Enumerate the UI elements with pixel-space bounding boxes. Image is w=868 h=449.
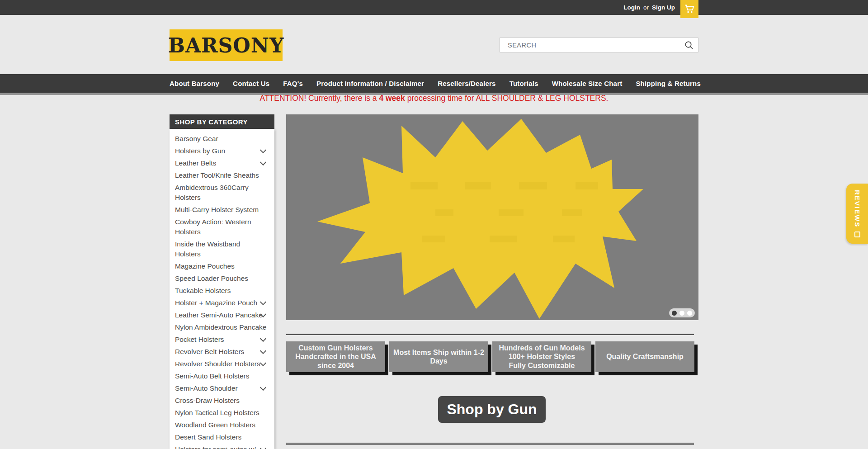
signup-link[interactable]: Sign Up — [652, 4, 675, 11]
sidebar-item-barsony-gear[interactable]: Barsony Gear — [175, 132, 271, 145]
reviews-tab-label: REVIEWS — [854, 190, 861, 227]
carousel-dot-1[interactable] — [672, 311, 677, 316]
nav-wholesale-size-chart[interactable]: Wholesale Size Chart — [552, 80, 623, 87]
chevron-down-icon — [260, 299, 266, 305]
sidebar-item-magazine-pouches[interactable]: Magazine Pouches — [175, 260, 271, 272]
carousel-dot-3[interactable] — [687, 311, 692, 316]
sidebar-item-multi-carry-holster-system[interactable]: Multi-Carry Holster System — [175, 203, 271, 216]
search-input[interactable] — [500, 42, 680, 49]
divider-top — [286, 334, 694, 335]
nav-tutorials[interactable]: Tutorials — [509, 80, 538, 87]
badge-quality: Quality Craftsmanship — [595, 341, 694, 372]
attention-bold-text: 4 week — [379, 94, 405, 103]
badge-fast-shipping: Most Items Ship within 1-2 Days — [389, 341, 488, 372]
sidebar-item-woodland-green-holsters[interactable]: Woodland Green Holsters — [175, 419, 271, 431]
divider-bottom — [286, 443, 694, 445]
sidebar-item-nylon-tactical-leg-holsters[interactable]: Nylon Tactical Leg Holsters — [175, 406, 271, 419]
cart-button[interactable] — [680, 0, 698, 18]
shop-by-gun-button[interactable]: Shop by Gun — [438, 396, 546, 423]
reviews-icon — [854, 232, 860, 237]
sidebar-item-semi-auto-shoulder[interactable]: Semi-Auto Shoulder — [175, 382, 271, 394]
reviews-tab[interactable]: REVIEWS — [846, 184, 868, 244]
sidebar-item-leather-belts[interactable]: Leather Belts — [175, 157, 271, 169]
chevron-down-icon — [260, 147, 266, 153]
search-icon — [684, 40, 694, 50]
nav-about-barsony[interactable]: About Barsony — [170, 80, 219, 87]
nav-product-information[interactable]: Product Information / Disclaimer — [316, 80, 424, 87]
cart-icon — [684, 4, 695, 14]
sidebar-item-inside-the-waistband-holsters[interactable]: Inside the Waistband Holsters — [175, 238, 271, 260]
sidebar-item-revolver-shoulder-holsters[interactable]: Revolver Shoulder Holsters — [175, 358, 271, 370]
sidebar-item-holsters-by-gun[interactable]: Holsters by Gun — [175, 145, 271, 157]
sidebar-item-leather-semi-auto-pancake[interactable]: Leather Semi-Auto Pancake — [175, 309, 271, 321]
search-submit-button[interactable] — [680, 38, 698, 52]
login-link[interactable]: Login — [623, 4, 640, 11]
attention-banner: ATTENTION! Currently, there is a 4 week … — [0, 94, 868, 103]
nav-resellers-dealers[interactable]: Resellers/Dealers — [438, 80, 496, 87]
sidebar-item-holster-magazine-pouch[interactable]: Holster + Magazine Pouch — [175, 297, 271, 309]
shop-by-category-header: SHOP BY CATEGORY — [170, 114, 274, 129]
nav-shipping-returns[interactable]: Shipping & Returns — [636, 80, 701, 87]
feature-badges: Custom Gun Holsters Handcrafted in the U… — [286, 341, 698, 372]
account-links: Login or Sign Up — [623, 0, 675, 15]
sidebar-item-tuckable-holsters[interactable]: Tuckable Holsters — [175, 284, 271, 297]
chevron-down-icon — [260, 445, 266, 449]
chevron-down-icon — [260, 384, 266, 391]
sidebar-item-semi-auto-belt-holsters[interactable]: Semi-Auto Belt Holsters — [175, 370, 271, 382]
page: Login or Sign Up BARSONY About B — [0, 0, 868, 449]
sidebar-item-speed-loader-pouches[interactable]: Speed Loader Pouches — [175, 272, 271, 284]
chevron-down-icon — [260, 360, 266, 366]
sidebar-item-holsters-for-semi-autos[interactable]: Holsters for semi-autos w/ — [175, 443, 271, 449]
attention-text: ATTENTION! Currently, there is a — [260, 94, 379, 103]
sidebar-item-leather-tool-knife-sheaths[interactable]: Leather Tool/Knife Sheaths — [175, 169, 271, 181]
logo-text: BARSONY — [168, 34, 284, 57]
sidebar-item-desert-sand-holsters[interactable]: Desert Sand Holsters — [175, 431, 271, 443]
sidebar-item-nylon-ambidextrous-pancake[interactable]: Nylon Ambidextrous Pancake — [175, 321, 271, 333]
sidebar-item-cross-draw-holsters[interactable]: Cross-Draw Holsters — [175, 394, 271, 406]
chevron-down-icon — [260, 159, 266, 165]
main-nav: About Barsony Contact Us FAQ's Product I… — [0, 74, 868, 95]
chevron-down-icon — [260, 348, 266, 354]
search-bar — [500, 38, 698, 52]
carousel-dot-2[interactable] — [679, 311, 684, 316]
or-label: or — [643, 4, 649, 11]
category-sidebar: Barsony Gear Holsters by Gun Leather Bel… — [170, 129, 274, 449]
nav-contact-us[interactable]: Contact Us — [233, 80, 269, 87]
badge-gun-models: Hundreds of Gun Models 100+ Holster Styl… — [492, 341, 591, 372]
hero-starburst-image — [286, 114, 698, 320]
sidebar-item-pocket-holsters[interactable]: Pocket Holsters — [175, 333, 271, 345]
attention-text-suffix: processing time for ALL SHOULDER & LEG H… — [405, 94, 609, 103]
chevron-down-icon — [260, 336, 266, 342]
top-bar — [0, 0, 868, 15]
hero-carousel[interactable] — [286, 114, 698, 320]
badge-custom-holsters: Custom Gun Holsters Handcrafted in the U… — [286, 341, 385, 372]
sidebar-item-ambidextrous-360carry-holsters[interactable]: Ambidextrous 360Carry Holsters — [175, 181, 271, 203]
sidebar-item-cowboy-action-western-holsters[interactable]: Cowboy Action: Western Holsters — [175, 216, 271, 238]
sidebar-item-revolver-belt-holsters[interactable]: Revolver Belt Holsters — [175, 345, 271, 358]
logo[interactable]: BARSONY — [170, 29, 283, 61]
nav-faqs[interactable]: FAQ's — [283, 80, 303, 87]
carousel-dots — [669, 308, 695, 317]
shop-by-category-title: SHOP BY CATEGORY — [175, 118, 248, 126]
